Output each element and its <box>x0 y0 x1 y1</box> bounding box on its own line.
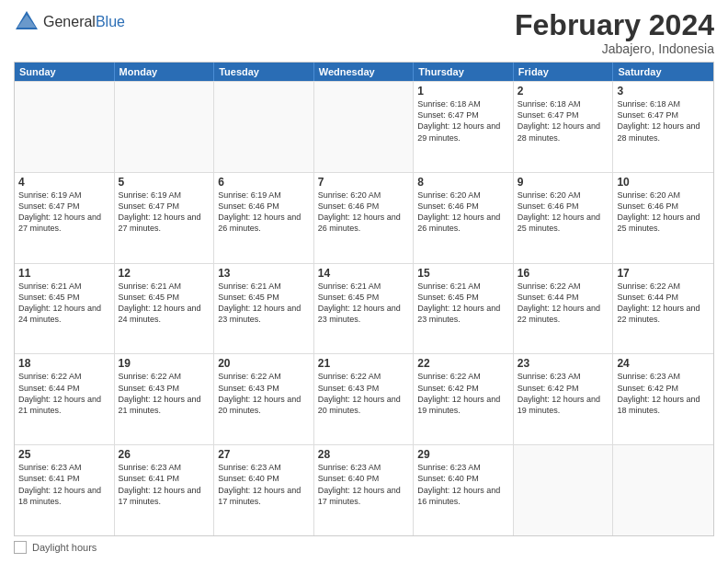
cal-cell: 3Sunrise: 6:18 AMSunset: 6:47 PMDaylight… <box>613 82 713 172</box>
day-number: 7 <box>318 176 410 189</box>
logo-blue: Blue <box>96 14 125 29</box>
footer: Daylight hours <box>14 541 714 554</box>
daylight-box <box>14 541 27 554</box>
day-number: 10 <box>617 176 710 189</box>
cal-header-saturday: Saturday <box>613 63 713 81</box>
cal-row-4: 25Sunrise: 6:23 AMSunset: 6:41 PMDayligh… <box>15 444 713 535</box>
day-info: Sunrise: 6:23 AMSunset: 6:42 PMDaylight:… <box>518 371 609 416</box>
day-info: Sunrise: 6:23 AMSunset: 6:41 PMDaylight:… <box>119 462 210 507</box>
day-info: Sunrise: 6:23 AMSunset: 6:40 PMDaylight:… <box>417 462 509 507</box>
day-number: 20 <box>218 357 310 370</box>
day-number: 6 <box>218 176 310 189</box>
cal-header-friday: Friday <box>514 63 614 81</box>
day-info: Sunrise: 6:21 AMSunset: 6:45 PMDaylight:… <box>218 281 310 326</box>
cal-header-thursday: Thursday <box>414 63 514 81</box>
cal-cell: 10Sunrise: 6:20 AMSunset: 6:46 PMDayligh… <box>613 173 713 263</box>
day-number: 27 <box>218 448 310 461</box>
cal-cell: 8Sunrise: 6:20 AMSunset: 6:46 PMDaylight… <box>414 173 514 263</box>
logo: GeneralBlue <box>14 9 125 35</box>
day-info: Sunrise: 6:23 AMSunset: 6:42 PMDaylight:… <box>617 371 710 416</box>
day-number: 13 <box>218 267 310 280</box>
cal-cell: 5Sunrise: 6:19 AMSunset: 6:47 PMDaylight… <box>115 173 215 263</box>
cal-cell: 21Sunrise: 6:22 AMSunset: 6:43 PMDayligh… <box>314 354 415 444</box>
cal-cell: 11Sunrise: 6:21 AMSunset: 6:45 PMDayligh… <box>15 264 115 354</box>
cal-cell <box>214 82 314 172</box>
day-info: Sunrise: 6:21 AMSunset: 6:45 PMDaylight:… <box>18 281 110 326</box>
day-info: Sunrise: 6:19 AMSunset: 6:47 PMDaylight:… <box>18 190 110 235</box>
cal-cell: 16Sunrise: 6:22 AMSunset: 6:44 PMDayligh… <box>514 264 614 354</box>
cal-cell <box>514 445 614 535</box>
cal-header-wednesday: Wednesday <box>314 63 415 81</box>
cal-cell: 28Sunrise: 6:23 AMSunset: 6:40 PMDayligh… <box>314 445 415 535</box>
day-number: 16 <box>518 267 609 280</box>
day-info: Sunrise: 6:22 AMSunset: 6:44 PMDaylight:… <box>617 281 710 326</box>
day-number: 5 <box>119 176 210 189</box>
cal-cell: 13Sunrise: 6:21 AMSunset: 6:45 PMDayligh… <box>214 264 314 354</box>
cal-cell: 6Sunrise: 6:19 AMSunset: 6:46 PMDaylight… <box>214 173 314 263</box>
day-info: Sunrise: 6:18 AMSunset: 6:47 PMDaylight:… <box>417 98 509 144</box>
day-info: Sunrise: 6:20 AMSunset: 6:46 PMDaylight:… <box>617 190 710 235</box>
day-info: Sunrise: 6:23 AMSunset: 6:40 PMDaylight:… <box>218 462 310 507</box>
page: GeneralBlue February 2024 Jabajero, Indo… <box>0 0 728 563</box>
day-info: Sunrise: 6:19 AMSunset: 6:46 PMDaylight:… <box>218 190 310 235</box>
cal-cell <box>115 82 215 172</box>
day-number: 2 <box>518 85 609 98</box>
day-number: 19 <box>119 357 210 370</box>
cal-row-2: 11Sunrise: 6:21 AMSunset: 6:45 PMDayligh… <box>15 263 713 354</box>
cal-cell: 27Sunrise: 6:23 AMSunset: 6:40 PMDayligh… <box>214 445 314 535</box>
day-info: Sunrise: 6:18 AMSunset: 6:47 PMDaylight:… <box>617 98 710 144</box>
cal-cell: 1Sunrise: 6:18 AMSunset: 6:47 PMDaylight… <box>414 82 514 172</box>
day-info: Sunrise: 6:22 AMSunset: 6:42 PMDaylight:… <box>417 371 509 416</box>
day-number: 17 <box>617 267 710 280</box>
day-number: 22 <box>417 357 509 370</box>
day-info: Sunrise: 6:22 AMSunset: 6:44 PMDaylight:… <box>18 371 110 416</box>
day-info: Sunrise: 6:21 AMSunset: 6:45 PMDaylight:… <box>318 281 410 326</box>
day-info: Sunrise: 6:20 AMSunset: 6:46 PMDaylight:… <box>518 190 609 235</box>
cal-header-tuesday: Tuesday <box>214 63 314 81</box>
day-number: 28 <box>318 448 410 461</box>
cal-cell: 2Sunrise: 6:18 AMSunset: 6:47 PMDaylight… <box>514 82 614 172</box>
title-block: February 2024 Jabajero, Indonesia <box>515 9 714 56</box>
logo-general: General <box>43 14 96 29</box>
cal-header-sunday: Sunday <box>15 63 115 81</box>
cal-cell: 9Sunrise: 6:20 AMSunset: 6:46 PMDaylight… <box>514 173 614 263</box>
daylight-label: Daylight hours <box>32 542 97 553</box>
day-info: Sunrise: 6:19 AMSunset: 6:47 PMDaylight:… <box>119 190 210 235</box>
calendar-header: SundayMondayTuesdayWednesdayThursdayFrid… <box>15 63 713 81</box>
cal-cell: 15Sunrise: 6:21 AMSunset: 6:45 PMDayligh… <box>414 264 514 354</box>
logo-text: GeneralBlue <box>43 14 125 30</box>
day-info: Sunrise: 6:22 AMSunset: 6:43 PMDaylight:… <box>218 371 310 416</box>
logo-icon <box>14 9 40 35</box>
day-number: 14 <box>318 267 410 280</box>
day-number: 25 <box>18 448 110 461</box>
day-info: Sunrise: 6:20 AMSunset: 6:46 PMDaylight:… <box>417 190 509 235</box>
day-number: 15 <box>417 267 509 280</box>
cal-cell: 12Sunrise: 6:21 AMSunset: 6:45 PMDayligh… <box>115 264 215 354</box>
day-info: Sunrise: 6:22 AMSunset: 6:43 PMDaylight:… <box>119 371 210 416</box>
day-info: Sunrise: 6:23 AMSunset: 6:40 PMDaylight:… <box>318 462 410 507</box>
day-info: Sunrise: 6:22 AMSunset: 6:43 PMDaylight:… <box>318 371 410 416</box>
cal-cell: 24Sunrise: 6:23 AMSunset: 6:42 PMDayligh… <box>613 354 713 444</box>
day-number: 3 <box>617 85 710 98</box>
day-number: 1 <box>417 85 509 98</box>
day-info: Sunrise: 6:22 AMSunset: 6:44 PMDaylight:… <box>518 281 609 326</box>
day-number: 11 <box>18 267 110 280</box>
day-info: Sunrise: 6:20 AMSunset: 6:46 PMDaylight:… <box>318 190 410 235</box>
day-number: 8 <box>417 176 509 189</box>
cal-cell <box>613 445 713 535</box>
cal-cell: 19Sunrise: 6:22 AMSunset: 6:43 PMDayligh… <box>115 354 215 444</box>
calendar-body: 1Sunrise: 6:18 AMSunset: 6:47 PMDaylight… <box>15 81 713 535</box>
day-info: Sunrise: 6:21 AMSunset: 6:45 PMDaylight:… <box>417 281 509 326</box>
day-number: 12 <box>119 267 210 280</box>
cal-row-0: 1Sunrise: 6:18 AMSunset: 6:47 PMDaylight… <box>15 81 713 172</box>
day-number: 9 <box>518 176 609 189</box>
day-number: 23 <box>518 357 609 370</box>
cal-row-1: 4Sunrise: 6:19 AMSunset: 6:47 PMDaylight… <box>15 172 713 263</box>
cal-row-3: 18Sunrise: 6:22 AMSunset: 6:44 PMDayligh… <box>15 353 713 444</box>
cal-cell: 18Sunrise: 6:22 AMSunset: 6:44 PMDayligh… <box>15 354 115 444</box>
header: GeneralBlue February 2024 Jabajero, Indo… <box>14 9 714 56</box>
day-number: 4 <box>18 176 110 189</box>
cal-cell: 17Sunrise: 6:22 AMSunset: 6:44 PMDayligh… <box>613 264 713 354</box>
day-number: 29 <box>417 448 509 461</box>
cal-cell: 7Sunrise: 6:20 AMSunset: 6:46 PMDaylight… <box>314 173 415 263</box>
